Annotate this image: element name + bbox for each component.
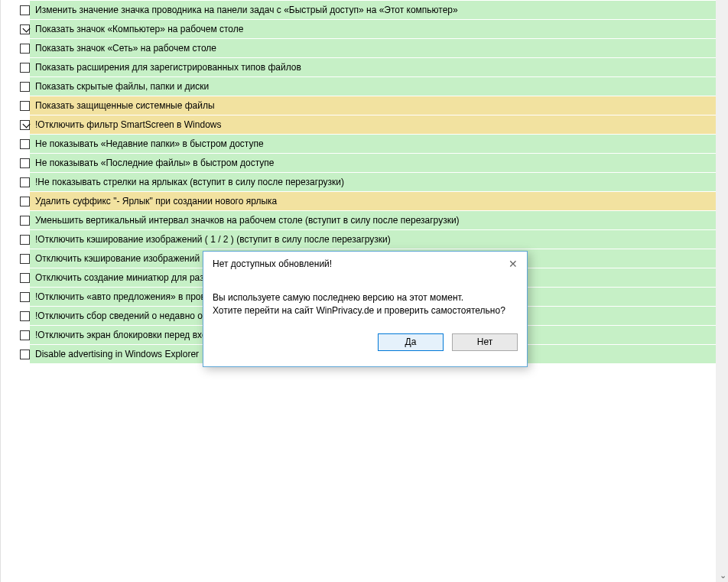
option-label[interactable]: Показать защищенные системные файлы	[30, 96, 722, 115]
option-row: Не показывать «Последние файлы» в быстро…	[7, 154, 722, 172]
option-checkbox[interactable]	[20, 177, 30, 187]
option-checkbox[interactable]	[20, 254, 30, 264]
dialog-title-text: Нет доступных обновлений!	[213, 258, 332, 269]
option-row: Показать расширения для зарегистрированн…	[7, 58, 722, 76]
option-label[interactable]: Уменьшить вертикальный интервал значков …	[30, 211, 722, 229]
option-checkbox[interactable]	[20, 44, 30, 54]
option-row: Уменьшить вертикальный интервал значков …	[7, 211, 722, 229]
option-label[interactable]: Показать значок «Компьютер» на рабочем с…	[30, 20, 722, 38]
option-label[interactable]: Показать расширения для зарегистрированн…	[30, 58, 722, 76]
option-checkbox[interactable]	[20, 330, 30, 340]
option-row: Изменить значение значка проводника на п…	[7, 1, 722, 19]
option-row: !Отключить кэширование изображений ( 1 /…	[7, 230, 722, 249]
option-label[interactable]: Не показывать «Недавние папки» в быстром…	[30, 135, 722, 153]
option-row: Показать скрытые файлы, папки и диски	[7, 77, 722, 96]
close-icon[interactable]: ✕	[505, 256, 521, 271]
option-row: Показать значок «Сеть» на рабочем столе	[7, 39, 722, 57]
dialog-titlebar: Нет доступных обновлений! ✕	[203, 252, 527, 275]
option-checkbox[interactable]	[20, 235, 30, 245]
option-label[interactable]: Показать скрытые файлы, папки и диски	[30, 77, 722, 96]
option-checkbox[interactable]	[20, 350, 30, 359]
option-checkbox[interactable]	[20, 216, 30, 226]
option-checkbox[interactable]	[20, 158, 30, 168]
scrollbar-track[interactable]	[716, 0, 728, 582]
option-checkbox[interactable]	[20, 120, 30, 130]
no-button[interactable]: Нет	[452, 333, 518, 351]
option-row: Удалить суффикс "- Ярлык" при создании н…	[7, 192, 722, 210]
option-checkbox[interactable]	[20, 273, 30, 283]
option-label[interactable]: Показать значок «Сеть» на рабочем столе	[30, 39, 722, 57]
option-label[interactable]: Не показывать «Последние файлы» в быстро…	[30, 154, 722, 172]
option-row: Показать значок «Компьютер» на рабочем с…	[7, 20, 722, 38]
option-checkbox[interactable]	[20, 24, 30, 34]
dialog-message-line2: Хотите перейти на сайт WinPrivacy.de и п…	[213, 304, 518, 317]
option-row: Не показывать «Недавние папки» в быстром…	[7, 135, 722, 153]
dialog-button-row: Да Нет	[203, 326, 527, 360]
option-label[interactable]: !Не показывать стрелки на ярлыках (вступ…	[30, 173, 722, 191]
update-dialog: Нет доступных обновлений! ✕ Вы используе…	[203, 251, 528, 367]
option-checkbox[interactable]	[20, 63, 30, 73]
yes-button[interactable]: Да	[378, 333, 444, 351]
option-label[interactable]: !Отключить фильтр SmartScreen в Windows	[30, 115, 722, 134]
option-label[interactable]: !Отключить кэширование изображений ( 1 /…	[30, 230, 722, 249]
option-label[interactable]: Изменить значение значка проводника на п…	[30, 1, 722, 19]
option-checkbox[interactable]	[20, 82, 30, 92]
option-checkbox[interactable]	[20, 292, 30, 302]
option-checkbox[interactable]	[20, 311, 30, 321]
dialog-message-line1: Вы используете самую последнею версию на…	[213, 291, 518, 304]
option-checkbox[interactable]	[20, 139, 30, 149]
option-row: !Отключить фильтр SmartScreen в Windows	[7, 115, 722, 134]
option-checkbox[interactable]	[20, 197, 30, 206]
option-row: Показать защищенные системные файлы	[7, 96, 722, 115]
option-row: !Не показывать стрелки на ярлыках (вступ…	[7, 173, 722, 191]
option-checkbox[interactable]	[20, 5, 30, 15]
option-label[interactable]: Удалить суффикс "- Ярлык" при создании н…	[30, 192, 722, 210]
option-checkbox[interactable]	[20, 101, 30, 111]
dialog-body: Вы используете самую последнею версию на…	[203, 275, 527, 326]
